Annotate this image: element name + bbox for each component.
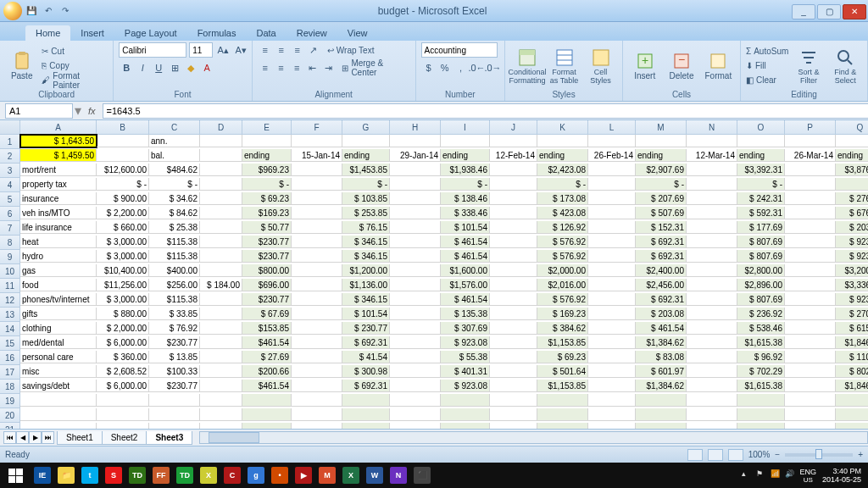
- cell-N19[interactable]: [687, 394, 737, 407]
- col-header-O[interactable]: O: [737, 120, 785, 135]
- cell-K1[interactable]: [537, 135, 588, 147]
- percent-button[interactable]: %: [437, 60, 453, 75]
- cell-C1[interactable]: ann.: [149, 135, 200, 147]
- cell-I3[interactable]: $1,938.46: [441, 164, 490, 176]
- cell-L5[interactable]: [588, 192, 636, 205]
- qat-undo-icon[interactable]: ↶: [41, 3, 56, 19]
- cell-Q2[interactable]: ending: [836, 149, 868, 162]
- cell-F21[interactable]: [292, 423, 342, 429]
- cell-B1[interactable]: [97, 135, 149, 147]
- cell-F4[interactable]: [292, 178, 342, 191]
- cell-Q8[interactable]: $ 923.08: [836, 236, 868, 248]
- view-normal-button[interactable]: [687, 449, 703, 461]
- cell-J3[interactable]: [490, 164, 537, 176]
- cell-B15[interactable]: $ 6,000.00: [97, 336, 149, 349]
- row-header-3[interactable]: 3: [0, 164, 20, 178]
- cell-Q17[interactable]: $ 802.62: [836, 365, 868, 378]
- format-cells-button[interactable]: Format: [702, 44, 735, 88]
- cell-C21[interactable]: [149, 423, 200, 429]
- cell-G13[interactable]: $ 101.54: [342, 308, 390, 320]
- cell-J17[interactable]: [490, 365, 537, 378]
- find-select-button[interactable]: Find & Select: [829, 44, 862, 88]
- cell-G5[interactable]: $ 103.85: [342, 192, 390, 205]
- cell-K21[interactable]: [537, 423, 588, 429]
- cell-J5[interactable]: [490, 192, 537, 205]
- cell-O19[interactable]: [737, 394, 785, 407]
- cell-F10[interactable]: [292, 264, 342, 277]
- cell-L18[interactable]: [588, 380, 636, 392]
- cell-P3[interactable]: [785, 164, 836, 176]
- row-header-16[interactable]: 16: [0, 351, 20, 365]
- cell-J18[interactable]: [490, 380, 537, 392]
- row-header-1[interactable]: 1: [0, 135, 20, 149]
- cell-J11[interactable]: [490, 279, 537, 291]
- cell-O5[interactable]: $ 242.31: [737, 192, 785, 205]
- cell-I11[interactable]: $1,576.00: [441, 279, 490, 291]
- cell-N5[interactable]: [687, 192, 737, 205]
- cell-G19[interactable]: [342, 394, 390, 407]
- cell-E21[interactable]: [242, 423, 292, 429]
- cell-M14[interactable]: $ 461.54: [636, 322, 687, 335]
- taskbar-app-4[interactable]: TD: [125, 463, 149, 488]
- fx-button[interactable]: fx: [88, 106, 96, 116]
- cell-A3[interactable]: mort/rent: [20, 164, 97, 176]
- cell-C12[interactable]: $115.38: [149, 293, 200, 306]
- cell-J8[interactable]: [490, 236, 537, 248]
- cell-B4[interactable]: $ -: [97, 178, 149, 191]
- cell-C4[interactable]: $ -: [149, 178, 200, 191]
- cell-C18[interactable]: $230.77: [149, 380, 200, 392]
- cell-F6[interactable]: [292, 207, 342, 219]
- sheet-nav-3[interactable]: ⏭: [42, 431, 54, 444]
- cell-M4[interactable]: $ -: [636, 178, 687, 191]
- cell-I20[interactable]: [441, 408, 490, 421]
- cell-N13[interactable]: [687, 308, 737, 320]
- cell-Q4[interactable]: $ -: [836, 178, 868, 191]
- cell-E1[interactable]: [242, 135, 292, 147]
- cell-I5[interactable]: $ 138.46: [441, 192, 490, 205]
- cell-I9[interactable]: $ 461.54: [441, 250, 490, 263]
- cell-N8[interactable]: [687, 236, 737, 248]
- cell-L11[interactable]: [588, 279, 636, 291]
- col-header-K[interactable]: K: [537, 120, 588, 135]
- cell-A10[interactable]: gas: [20, 264, 97, 277]
- tray-flag-icon[interactable]: ⚑: [756, 469, 768, 481]
- cell-L13[interactable]: [588, 308, 636, 320]
- cell-O14[interactable]: $ 538.46: [737, 322, 785, 335]
- cell-K7[interactable]: $ 126.92: [537, 221, 588, 234]
- tray-network-icon[interactable]: 📶: [771, 469, 782, 481]
- cell-N11[interactable]: [687, 279, 737, 291]
- cell-L8[interactable]: [588, 236, 636, 248]
- taskbar-app-3[interactable]: S: [102, 463, 125, 488]
- row-header-12[interactable]: 12: [0, 293, 20, 308]
- cell-N14[interactable]: [687, 322, 737, 335]
- cell-D1[interactable]: [200, 135, 242, 147]
- cell-P15[interactable]: [785, 336, 836, 349]
- ribbon-tab-insert[interactable]: Insert: [70, 25, 114, 41]
- cell-O2[interactable]: ending: [737, 149, 785, 162]
- cell-J13[interactable]: [490, 308, 537, 320]
- cell-A4[interactable]: property tax: [20, 178, 97, 191]
- cell-F18[interactable]: [292, 380, 342, 392]
- cell-K12[interactable]: $ 576.92: [537, 293, 588, 306]
- cell-D13[interactable]: [200, 308, 242, 320]
- cell-N10[interactable]: [687, 264, 737, 277]
- cell-J14[interactable]: [490, 322, 537, 335]
- cell-K11[interactable]: $2,016.00: [537, 279, 588, 291]
- row-header-10[interactable]: 10: [0, 264, 20, 279]
- cell-P14[interactable]: [785, 322, 836, 335]
- taskbar-app-1[interactable]: 📁: [54, 463, 78, 488]
- col-header-F[interactable]: F: [292, 120, 342, 135]
- cell-C7[interactable]: $ 25.38: [149, 221, 200, 234]
- start-button[interactable]: [0, 463, 31, 488]
- cell-M7[interactable]: $ 152.31: [636, 221, 687, 234]
- cell-O20[interactable]: [737, 408, 785, 421]
- worksheet-grid[interactable]: ABCDEFGHIJKLMNOPQRST1$ 1,643.50ann.2$ 1,…: [0, 120, 868, 429]
- row-header-6[interactable]: 6: [0, 207, 20, 221]
- cell-O3[interactable]: $3,392.31: [737, 164, 785, 176]
- cell-L10[interactable]: [588, 264, 636, 277]
- cell-Q6[interactable]: $ 676.92: [836, 207, 868, 219]
- cell-G1[interactable]: [342, 135, 390, 147]
- col-header-I[interactable]: I: [441, 120, 490, 135]
- cell-G4[interactable]: $ -: [342, 178, 390, 191]
- border-button[interactable]: ⊞: [167, 60, 182, 75]
